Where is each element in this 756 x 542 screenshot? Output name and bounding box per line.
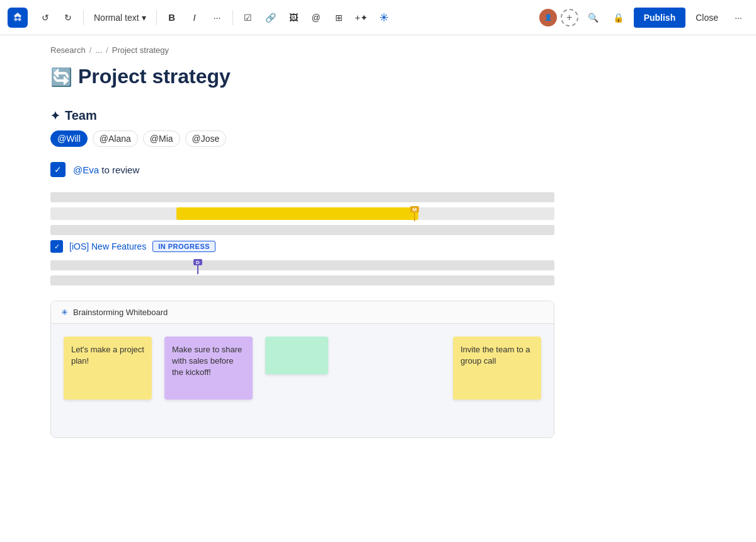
gantt-row-3 [50,225,554,235]
at-icon: @ [311,13,320,23]
table-icon: ⊞ [335,13,343,23]
table-button[interactable]: ⊞ [329,8,349,28]
publish-button[interactable]: Publish [634,8,686,28]
gantt-marker-d: D [192,259,204,274]
avatar-group: 👤 + [538,8,578,28]
link-icon: 🔗 [265,13,276,23]
content-area: 🔄 Project strategy ✦ Team @Will @Alana @… [0,60,756,438]
mention-alana[interactable]: @Alana [93,130,138,147]
app-logo[interactable] [8,8,28,28]
plus-icon: +✦ [355,13,367,23]
breadcrumb-ellipsis[interactable]: ... [95,45,102,55]
sticky-note-3 [265,337,328,374]
team-heading: ✦ Team [50,108,554,123]
breadcrumb-current: Project strategy [112,45,169,55]
page-title-icon: 🔄 [50,67,71,87]
mention-button[interactable]: @ [306,8,326,28]
marker-m-flag: M [410,206,419,212]
redo-button[interactable]: ↻ [58,8,78,28]
text-style-dropdown[interactable]: Normal text ▾ [89,8,151,28]
breadcrumb-sep-1: / [89,45,92,55]
gantt-marker-m: M [408,206,421,221]
marker-d-flag: D [193,259,202,265]
user-avatar: 👤 [539,9,557,26]
ai-icon: ✳ [379,11,389,25]
breadcrumb-sep-2: / [106,45,108,55]
task-item-row: ✓ [iOS] New Features IN PROGRESS [50,240,554,253]
lock-icon: 🔒 [613,13,624,23]
add-collaborator-button[interactable]: + [561,9,578,26]
close-button[interactable]: Close [690,10,723,25]
whiteboard-title: Brainstorming Whiteboard [73,308,168,317]
sparkle-icon: ✦ [50,109,60,123]
lock-button[interactable]: 🔒 [609,8,629,28]
page-title-row: 🔄 Project strategy [50,65,554,88]
divider-2 [156,10,157,25]
chevron-down-icon: ▾ [142,13,146,23]
gantt-area: M ✓ [iOS] New Features IN PROGRESS D [50,192,554,285]
marker-d-line [197,265,198,274]
task-text: @Eva to review [73,164,139,175]
text-style-label: Normal text [94,13,139,23]
whiteboard-section: ✳ Brainstorming Whiteboard Let's make a … [50,301,554,438]
divider-1 [83,10,84,25]
gantt-row-4: D [50,260,554,270]
mention-mia[interactable]: @Mia [143,130,180,147]
italic-button[interactable]: I [185,8,205,28]
task-checkbox[interactable]: ✓ [50,162,66,177]
status-badge: IN PROGRESS [152,241,215,252]
sticky-note-1: Let's make a project plan! [64,337,152,400]
whiteboard-body: Let's make a project plan! Make sure to … [51,324,554,437]
ai-button[interactable]: ✳ [374,8,394,28]
more-format-button[interactable]: ··· [207,8,227,28]
bold-button[interactable]: B [162,8,182,28]
toolbar: ↺ ↻ Normal text ▾ B I ··· ☑ 🔗 🖼 @ ⊞ +✦ ✳… [0,0,756,35]
search-button[interactable]: 🔍 [583,8,604,28]
gantt-row-5 [50,275,554,285]
gantt-row-2: M [50,207,554,220]
task-mention[interactable]: @Eva [73,164,99,175]
image-icon: 🖼 [289,13,298,23]
checkbox-icon: ☑ [244,13,252,23]
marker-m-line [414,212,415,221]
gantt-row-1 [50,192,554,202]
main-content: 🔄 Project strategy ✦ Team @Will @Alana @… [50,60,554,438]
search-icon: 🔍 [588,13,598,23]
breadcrumb: Research / ... / Project strategy [0,35,756,60]
task-item-checkbox[interactable]: ✓ [50,240,63,253]
divider-3 [232,10,233,25]
page-title: Project strategy [78,65,231,88]
avatar: 👤 [538,8,558,28]
link-button[interactable]: 🔗 [261,8,281,28]
sticky-note-2: Make sure to share with sales before the… [164,337,253,400]
task-button[interactable]: ☑ [238,8,258,28]
sticky-note-4: Invite the team to a group call [453,337,541,400]
gantt-bar-yellow [176,207,418,220]
insert-plus-button[interactable]: +✦ [352,8,372,28]
whiteboard-header: ✳ Brainstorming Whiteboard [51,301,554,324]
task-row: ✓ @Eva to review [50,162,554,177]
breadcrumb-research[interactable]: Research [50,45,86,55]
mention-will[interactable]: @Will [50,130,88,147]
mentions-row: @Will @Alana @Mia @Jose [50,130,554,147]
toolbar-more-button[interactable]: ··· [728,8,748,28]
undo-button[interactable]: ↺ [35,8,55,28]
task-desc-text: to review [101,164,139,175]
whiteboard-icon: ✳ [61,308,68,317]
mention-jose[interactable]: @Jose [185,130,227,147]
team-heading-text: Team [65,108,97,123]
toolbar-right: 👤 + 🔍 🔒 Publish Close ··· [538,8,748,28]
image-button[interactable]: 🖼 [284,8,304,28]
task-item-title[interactable]: [iOS] New Features [69,241,146,251]
